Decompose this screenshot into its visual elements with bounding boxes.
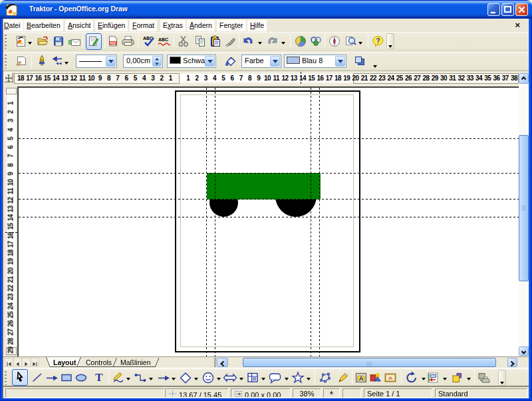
svg-text:T: T: [95, 371, 103, 383]
svg-text:ABC: ABC: [158, 37, 168, 42]
svg-text:PDF: PDF: [110, 42, 116, 45]
svg-text:Layout: Layout: [53, 358, 76, 366]
svg-text:Maßlinien: Maßlinien: [120, 358, 151, 366]
svg-text:?: ?: [376, 37, 380, 45]
svg-text:A: A: [359, 375, 364, 382]
svg-text:Controls: Controls: [86, 358, 112, 366]
